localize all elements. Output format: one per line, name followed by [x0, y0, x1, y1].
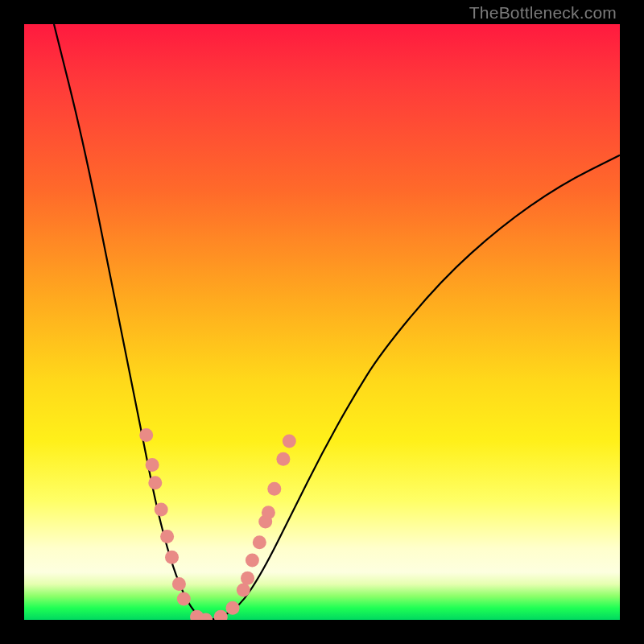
marker-dot	[177, 592, 191, 606]
marker-dot	[276, 452, 290, 466]
marker-dot	[283, 435, 296, 448]
marker-dot	[241, 572, 254, 585]
watermark-text: TheBottleneck.com	[469, 3, 617, 23]
chart-stage: TheBottleneck.com	[0, 0, 644, 644]
marker-dots	[139, 428, 296, 620]
marker-dot	[262, 506, 275, 519]
marker-dot	[246, 554, 259, 568]
marker-dot	[148, 476, 162, 489]
marker-dot	[226, 601, 240, 615]
curve-svg	[24, 24, 620, 620]
marker-dot	[267, 482, 281, 496]
bottleneck-curve	[54, 24, 620, 620]
marker-dot	[172, 577, 186, 591]
marker-dot	[139, 428, 153, 442]
marker-dot	[237, 584, 250, 597]
marker-dot	[214, 610, 228, 620]
plot-area	[24, 24, 620, 620]
marker-dot	[155, 503, 168, 517]
marker-dot	[146, 458, 159, 472]
marker-dot	[253, 535, 266, 549]
marker-dot	[160, 530, 174, 543]
marker-dot	[165, 551, 179, 564]
